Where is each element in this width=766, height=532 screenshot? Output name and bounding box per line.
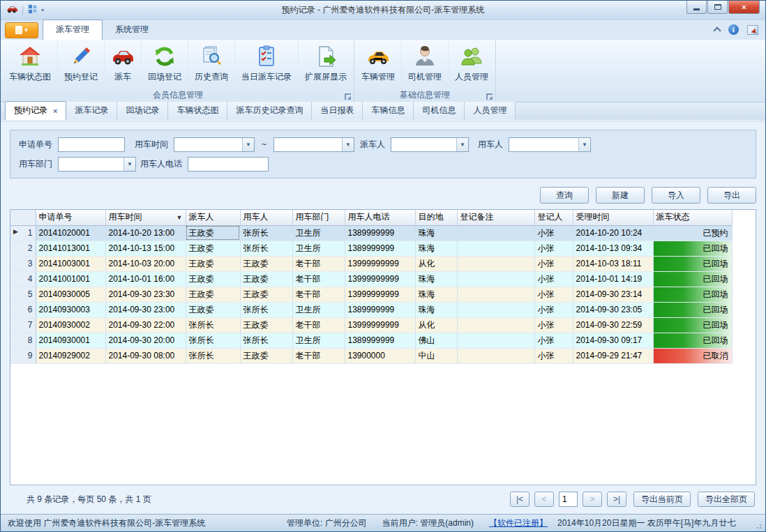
cell-registrar[interactable]: 小张 [534,225,573,241]
cell-registrar[interactable]: 小张 [534,302,573,317]
cell-dest[interactable]: 珠海 [415,241,457,256]
order-no-input[interactable] [58,137,125,152]
cell-registrar[interactable]: 小张 [534,317,573,333]
cell-dest[interactable]: 珠海 [415,287,457,302]
cell-status[interactable]: 已回场 [653,302,732,317]
cell-order_no[interactable]: 20140929002 [36,348,105,363]
cell-accept_time[interactable]: 2014-10-01 14:19 [573,271,653,287]
application-menu-button[interactable]: ▾ [5,22,38,38]
export-all-pages-button[interactable]: 导出全部页 [698,492,755,507]
ribbon-button-回场登记[interactable]: 回场登记 [142,40,188,90]
page-number-input[interactable] [559,492,578,507]
cell-phone[interactable]: 1389999999 [345,225,415,241]
ribbon-tab-1[interactable]: 派车管理 [43,20,103,40]
cell-remark[interactable] [457,241,534,256]
cell-dest[interactable]: 珠海 [415,225,457,241]
style-switch-icon[interactable] [747,25,758,35]
cell-remark[interactable] [457,225,534,241]
导出-button[interactable]: 导出 [707,187,756,204]
cell-status[interactable]: 已取消 [653,348,732,363]
cell-user[interactable]: 王政委 [240,271,292,287]
cell-remark[interactable] [457,302,534,317]
column-header-登记人[interactable]: 登记人 [534,210,573,225]
cell-use_time[interactable]: 2014-09-30 23:30 [105,287,186,302]
ribbon-tab-2[interactable]: 系统管理 [103,20,161,40]
table-row[interactable]: 2201410130012014-10-13 15:00王政委张所长卫生所138… [10,241,732,256]
cell-remark[interactable] [457,287,534,302]
cell-user[interactable]: 王政委 [240,256,292,271]
cell-status[interactable]: 已预约 [653,225,732,241]
导入-button[interactable]: 导入 [652,187,700,204]
cell-status[interactable]: 已回场 [653,241,732,256]
row-header-cell[interactable]: 2 [10,241,36,256]
table-row[interactable]: 4201410010012014-10-01 16:00王政委王政委老干部139… [10,271,732,287]
cell-dept[interactable]: 卫生所 [292,302,345,317]
close-button[interactable]: × [728,1,760,14]
cell-registrar[interactable]: 小张 [534,256,573,271]
cell-dept[interactable]: 卫生所 [292,333,345,348]
cell-order_no[interactable]: 20141001001 [36,271,105,287]
chevron-down-icon[interactable]: ▼ [123,158,135,171]
cell-phone[interactable]: 1389999999 [345,241,415,256]
cell-dispatcher[interactable]: 张所长 [186,317,240,333]
cell-remark[interactable] [457,256,534,271]
cell-phone[interactable]: 13999999999 [345,271,415,287]
cell-dest[interactable]: 珠海 [415,271,457,287]
doc-tab-司机信息[interactable]: 司机信息 [414,102,465,120]
cell-accept_time[interactable]: 2014-09-30 23:14 [573,287,653,302]
cell-dept[interactable]: 老干部 [292,287,345,302]
cell-use_time[interactable]: 2014-10-13 15:00 [105,241,186,256]
cell-dept[interactable]: 老干部 [292,271,345,287]
chevron-down-icon[interactable]: ▾ [41,7,44,13]
prev-page-button[interactable]: < [534,492,554,507]
resize-grip[interactable] [756,522,763,529]
查询-button[interactable]: 查询 [540,187,589,204]
column-header-用车部门[interactable]: 用车部门 [292,210,345,225]
chevron-down-icon[interactable]: ▼ [456,138,468,151]
column-header-受理时间[interactable]: 受理时间 [573,210,653,225]
row-header-cell[interactable]: ▶1 [10,225,36,241]
ribbon-button-历史查询[interactable]: 历史查询 [188,40,235,90]
cell-registrar[interactable]: 小张 [534,241,573,256]
column-header-派车人[interactable]: 派车人 [186,210,240,225]
cell-registrar[interactable]: 小张 [534,333,573,348]
column-header-用车人[interactable]: 用车人 [240,210,292,225]
doc-tab-派车历史记录查询[interactable]: 派车历史记录查询 [227,102,312,120]
cell-dispatcher[interactable]: 王政委 [186,241,240,256]
cell-dept[interactable]: 卫生所 [292,225,345,241]
cell-accept_time[interactable]: 2014-09-30 22:59 [573,317,653,333]
cell-status[interactable]: 已回场 [653,256,732,271]
cell-user[interactable]: 张所长 [240,241,292,256]
cell-use_time[interactable]: 2014-09-30 20:00 [105,333,186,348]
dept-combo[interactable]: ▼ [58,157,136,172]
cell-status[interactable]: 已回场 [653,317,732,333]
ribbon-button-车辆状态图[interactable]: 车辆状态图 [3,40,58,90]
cell-accept_time[interactable]: 2014-09-30 23:05 [573,302,653,317]
cell-phone[interactable]: 1389999999 [345,333,415,348]
cell-order_no[interactable]: 20140930005 [36,287,105,302]
last-page-button[interactable]: >| [607,492,626,507]
collapse-ribbon-icon[interactable] [713,26,721,34]
doc-tab-回场记录[interactable]: 回场记录 [117,102,168,120]
table-row[interactable]: ▶1201410200012014-10-20 13:00王政委张所长卫生所13… [10,225,732,241]
cell-status[interactable]: 已回场 [653,287,732,302]
ribbon-button-人员管理[interactable]: 人员管理 [449,40,495,90]
cell-dispatcher[interactable]: 张所长 [186,348,240,363]
cell-order_no[interactable]: 20140930002 [36,317,105,333]
cell-order_no[interactable]: 20140930001 [36,333,105,348]
cell-phone[interactable]: 13999999999 [345,256,415,271]
cell-order_no[interactable]: 20141013001 [36,241,105,256]
chevron-down-icon[interactable]: ▼ [242,138,254,151]
ribbon-button-司机管理[interactable]: 司机管理 [402,40,449,90]
column-header-用车人电话[interactable]: 用车人电话 [345,210,415,225]
ribbon-button-派车[interactable]: 派车 [105,40,142,90]
cell-dispatcher[interactable]: 王政委 [186,287,240,302]
minimize-button[interactable] [686,1,707,14]
cell-phone[interactable]: 13900000 [345,348,415,363]
cell-use_time[interactable]: 2014-09-30 08:00 [105,348,186,363]
cell-accept_time[interactable]: 2014-10-03 18:11 [573,256,653,271]
row-header-cell[interactable]: 3 [10,256,36,271]
cell-phone[interactable]: 1389999999 [345,302,415,317]
cell-user[interactable]: 张所长 [240,333,292,348]
row-header-cell[interactable]: 5 [10,287,36,302]
